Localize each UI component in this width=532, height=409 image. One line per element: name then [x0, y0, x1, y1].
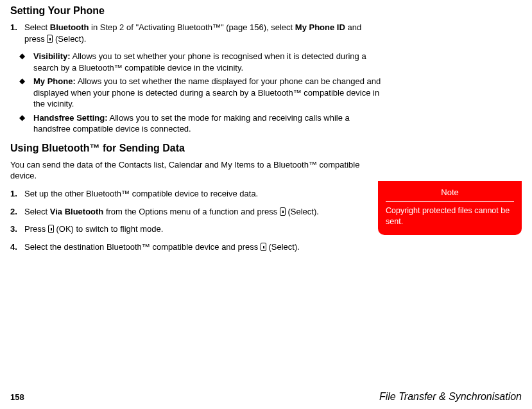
text: (OK) to switch to flight mode.	[54, 224, 164, 234]
bold-text: My Phone:	[33, 76, 76, 86]
text: Select	[24, 207, 50, 216]
heading-using-bluetooth-sending: Using Bluetooth™ for Sending Data	[10, 143, 382, 154]
note-box: Note Copyright protected files cannot be…	[378, 181, 522, 235]
diamond-icon: ◆	[19, 51, 33, 73]
softkey-icon	[261, 243, 266, 251]
step2-2: 2. Select Via Bluetooth from the Options…	[10, 206, 382, 218]
step-number: 2.	[10, 206, 24, 218]
text: (Select).	[266, 242, 300, 252]
section-name: File Transfer & Synchronisation	[379, 391, 522, 403]
step-number: 1.	[10, 188, 24, 200]
page-number: 158	[10, 392, 24, 402]
bold-text: My Phone ID	[295, 22, 345, 32]
step2-3: 3. Press (OK) to switch to flight mode.	[10, 223, 382, 235]
softkey-icon	[280, 207, 286, 216]
bullet-handsfree: ◆ Handsfree Setting: Allows you to set t…	[19, 112, 382, 135]
softkey-icon	[48, 225, 54, 233]
diamond-icon: ◆	[19, 76, 33, 110]
bullet-visibility: ◆ Visibility: Allows you to set whether …	[19, 51, 382, 73]
heading-setting-your-phone: Setting Your Phone	[10, 5, 382, 17]
text: Select the destination Bluetooth™ compat…	[24, 242, 261, 252]
step-body: Select Bluetooth in Step 2 of "Activatin…	[24, 22, 382, 44]
text: (Select).	[286, 207, 319, 216]
diamond-icon: ◆	[19, 112, 33, 135]
bold-text: Visibility:	[33, 51, 71, 61]
step-body: Select the destination Bluetooth™ compat…	[24, 241, 382, 253]
note-title: Note	[386, 187, 514, 202]
bullet-my-phone: ◆ My Phone: Allows you to set whether th…	[19, 76, 382, 110]
intro-text: You can send the data of the Contacts li…	[10, 159, 382, 182]
step2-4: 4. Select the destination Bluetooth™ com…	[10, 241, 382, 253]
step-1: 1. Select Bluetooth in Step 2 of "Activa…	[10, 22, 382, 44]
text: Allows you to set whether the name displ…	[33, 76, 381, 109]
step2-1: 1. Set up the other Bluetooth™ compatibl…	[10, 188, 382, 200]
bullet-body: My Phone: Allows you to set whether the …	[33, 76, 382, 110]
step-body: Press (OK) to switch to flight mode.	[24, 223, 382, 235]
bold-text: Via Bluetooth	[50, 207, 104, 216]
bullet-body: Visibility: Allows you to set whether yo…	[33, 51, 382, 73]
bold-text: Bluetooth	[50, 22, 89, 32]
bullet-body: Handsfree Setting: Allows you to set the…	[33, 112, 382, 135]
text: Press	[24, 224, 48, 234]
text: from the Options menu of a function and …	[103, 207, 280, 216]
step-number: 1.	[10, 22, 24, 44]
softkey-icon	[47, 35, 53, 43]
step-body: Set up the other Bluetooth™ compatible d…	[24, 188, 382, 200]
text: Allows you to set whether your phone is …	[33, 51, 366, 73]
text: (Select).	[53, 34, 86, 44]
text: in Step 2 of "Activating Bluetooth™" (pa…	[89, 22, 295, 32]
step-number: 4.	[10, 241, 24, 253]
step-number: 3.	[10, 223, 24, 235]
text: Select	[24, 22, 50, 32]
step-body: Select Via Bluetooth from the Options me…	[24, 206, 382, 218]
page-footer: 158 File Transfer & Synchronisation	[10, 391, 522, 403]
note-body: Copyright protected files cannot be sent…	[386, 205, 514, 227]
bold-text: Handsfree Setting:	[33, 113, 108, 123]
text: Set up the other Bluetooth™ compatible d…	[24, 189, 258, 198]
